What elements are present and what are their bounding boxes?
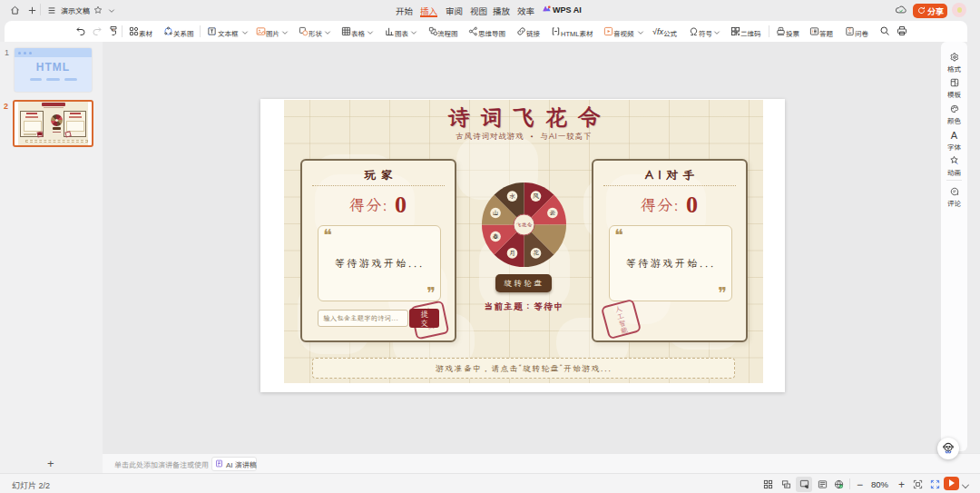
svg-text:山: 山 [493, 209, 499, 217]
svg-text:春: 春 [493, 232, 499, 241]
svg-text:水: 水 [509, 192, 515, 200]
svg-text:云: 云 [549, 209, 555, 217]
svg-text:花: 花 [533, 249, 539, 257]
svg-text:飞花令: 飞花令 [515, 222, 532, 229]
svg-text:风: 风 [533, 192, 539, 200]
svg-text:月: 月 [509, 249, 515, 257]
